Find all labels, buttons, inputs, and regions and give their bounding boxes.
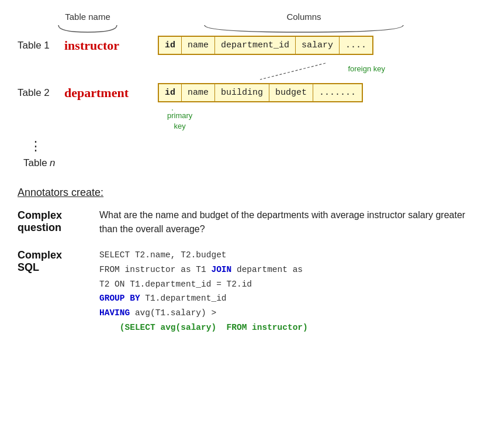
table1-col-dept-id: department_id: [215, 37, 296, 54]
brace-labels-row: Table name Columns: [35, 12, 484, 33]
pk-arrow-svg: [155, 109, 213, 133]
table2-name: department: [64, 85, 146, 101]
table1-col-salary: salary: [296, 37, 340, 54]
fk-connector-svg: [18, 62, 462, 82]
table1-label: Table 1: [18, 40, 64, 51]
table1-columns-box: id name department_id salary ....: [158, 36, 373, 55]
table2-label: Table 2: [18, 87, 64, 99]
table2-col-etc: .......: [313, 84, 362, 101]
table-name-brace-label: Table name: [65, 12, 110, 22]
table-name-brace-svg: [53, 23, 123, 33]
complex-question-text: What are the name and budget of the depa…: [99, 208, 484, 236]
sql-line-6: (SELECT avg(salary) FROM instructor): [99, 321, 484, 335]
columns-brace-label: Columns: [286, 12, 321, 22]
table2-col-id: id: [159, 84, 182, 101]
foreign-key-label: foreign key: [348, 64, 385, 73]
sql-line-5: HAVING avg(T1.salary) >: [99, 306, 484, 321]
having-keyword: HAVING: [99, 308, 130, 318]
foreign-key-annotation: foreign key: [18, 62, 484, 82]
sql-line-3: T2 ON T1.department_id = T2.id: [99, 277, 484, 292]
complex-sql-label: Complex SQL: [18, 248, 99, 335]
table2-row: Table 2 department id name building budg…: [18, 83, 484, 102]
table1-col-id: id: [159, 37, 182, 54]
primary-key-annotation: primarykey: [18, 109, 484, 135]
complex-question-label: Complex question: [18, 208, 99, 236]
vertical-dots: ⋮: [29, 139, 484, 154]
sql-line-2: FROM instructor as T1 JOIN department as: [99, 263, 484, 277]
table-n-section: ⋮ Table n: [23, 139, 484, 169]
table2-col-name: name: [182, 84, 215, 101]
table1-col-etc: ....: [340, 37, 372, 54]
diagram-section: Table name Columns Table 1 instructor id…: [18, 12, 484, 169]
table2-columns-box: id name building budget .......: [158, 83, 363, 102]
complex-sql-block: SELECT T2.name, T2.budget FROM instructo…: [99, 248, 484, 335]
sql-line-1: SELECT T2.name, T2.budget: [99, 248, 484, 263]
svg-line-0: [260, 63, 326, 80]
table-n-text: Table: [23, 157, 47, 168]
annotators-section: Annotators create: Complex question What…: [18, 187, 484, 335]
table-n-label: Table n: [23, 157, 484, 169]
groupby-keyword: GROUP BY: [99, 294, 140, 303]
qa-grid: Complex question What are the name and b…: [18, 208, 484, 335]
annotators-heading: Annotators create:: [18, 187, 484, 199]
table1-col-name: name: [182, 37, 215, 54]
join-keyword: JOIN: [211, 265, 231, 274]
sql-line-4: GROUP BY T1.department_id: [99, 291, 484, 306]
table1-name: instructor: [64, 38, 146, 53]
columns-brace-svg: [199, 23, 409, 33]
table2-col-building: building: [215, 84, 269, 101]
table-n-italic-text: n: [50, 157, 55, 168]
table2-col-budget: budget: [269, 84, 313, 101]
table1-row: Table 1 instructor id name department_id…: [18, 36, 484, 55]
subquery-text: (SELECT avg(salary) FROM instructor): [120, 323, 308, 332]
